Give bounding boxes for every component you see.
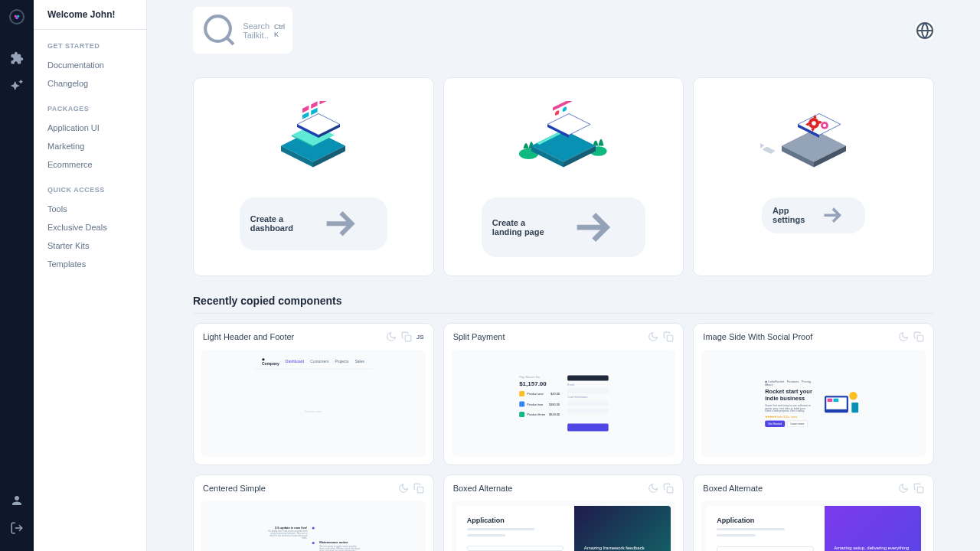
illustration-settings	[760, 101, 867, 185]
sidebar-item-exclusive-deals[interactable]: Exclusive Deals	[47, 218, 132, 236]
user-icon[interactable]	[10, 494, 24, 507]
sidebar-item-starter-kits[interactable]: Starter Kits	[47, 236, 132, 255]
component-preview: 3.5 update is now live!It's finally here…	[201, 501, 426, 551]
svg-rect-40	[405, 336, 411, 342]
js-badge: JS	[416, 334, 424, 341]
component-preview: Application Amazing setup, delivering ev…	[701, 501, 926, 551]
component-title: Centered Simple	[203, 484, 394, 493]
moon-icon[interactable]	[398, 483, 409, 494]
sidebar-item-application-ui[interactable]: Application UI	[47, 119, 132, 137]
svg-rect-42	[917, 336, 923, 342]
copy-icon[interactable]	[913, 483, 924, 494]
sidebar-item-documentation[interactable]: Documentation	[47, 56, 132, 74]
svg-point-2	[15, 17, 18, 19]
sidebar-header-quick-access: QUICK ACCESS	[47, 186, 132, 194]
moon-icon[interactable]	[386, 331, 397, 342]
component-preview: Pay Secure Inc. $1,157.00 Product one$49…	[452, 350, 676, 457]
component-preview: Application Amazing framework feedback m…	[452, 501, 676, 551]
card-create-landing-page: Create a landing page	[443, 77, 684, 276]
main-content: Search Tailkit.. Ctrl K Create a dashboa…	[147, 0, 980, 551]
illustration-dashboard	[260, 101, 367, 185]
svg-rect-39	[762, 147, 775, 155]
app-settings-button[interactable]: App settings	[762, 197, 865, 233]
arrow-right-icon	[302, 202, 377, 245]
copy-icon[interactable]	[413, 483, 424, 494]
arrow-right-icon	[809, 202, 854, 228]
section-title-recent: Recently copied components	[193, 295, 934, 314]
sidebar-item-marketing[interactable]: Marketing	[47, 137, 132, 155]
moon-icon[interactable]	[898, 331, 909, 342]
component-card[interactable]: Centered Simple 3.5 update is now live!I…	[193, 474, 434, 551]
copy-icon[interactable]	[913, 331, 924, 342]
copy-icon[interactable]	[663, 331, 674, 342]
globe-icon	[916, 21, 934, 40]
sparkle-icon[interactable]	[10, 79, 24, 93]
create-dashboard-button[interactable]: Create a dashboard	[240, 197, 387, 249]
sidebar-item-ecommerce[interactable]: Ecommerce	[47, 155, 132, 174]
svg-rect-49	[417, 487, 423, 494]
logout-icon[interactable]	[10, 521, 24, 535]
sidebar-item-tools[interactable]: Tools	[47, 200, 132, 218]
component-card[interactable]: Boxed Alternate Application Amazing setu…	[693, 474, 934, 551]
svg-rect-14	[312, 101, 318, 109]
component-title: Boxed Alternate	[453, 484, 644, 493]
svg-point-28	[563, 106, 567, 112]
component-preview: ◆ IndieRocket Features Pricing About Roc…	[701, 350, 926, 457]
sidebar-item-templates[interactable]: Templates	[47, 255, 132, 273]
svg-rect-51	[917, 487, 923, 494]
sidebar-header-get-started: GET STARTED	[47, 42, 132, 50]
component-title: Light Header and Footer	[203, 332, 381, 341]
svg-point-47	[850, 392, 858, 400]
component-card[interactable]: Split Payment Pay Secure Inc. $1,157.00 …	[443, 323, 684, 465]
svg-rect-17	[312, 108, 318, 116]
svg-rect-38	[760, 142, 765, 149]
svg-rect-46	[834, 399, 839, 402]
arrow-right-icon	[549, 202, 635, 253]
search-input[interactable]: Search Tailkit.. Ctrl K	[193, 7, 292, 54]
copy-icon[interactable]	[401, 331, 412, 342]
svg-point-3	[205, 16, 230, 41]
component-preview: ◆ CompanyDashboardCustomersProjectsSales…	[201, 350, 426, 457]
moon-icon[interactable]	[648, 331, 658, 342]
welcome-text: Welcome John!	[34, 0, 146, 30]
moon-icon[interactable]	[898, 483, 909, 494]
sidebar: Welcome John! GET STARTED Documentation …	[34, 0, 147, 551]
svg-marker-32	[798, 114, 841, 135]
component-title: Boxed Alternate	[703, 484, 893, 493]
component-title: Image Side With Social Proof	[703, 332, 893, 341]
component-card[interactable]: Image Side With Social Proof ◆ IndieRock…	[693, 323, 934, 465]
sidebar-item-changelog[interactable]: Changelog	[47, 74, 132, 93]
svg-rect-13	[302, 106, 309, 113]
svg-rect-45	[828, 399, 833, 402]
card-app-settings: App settings	[693, 77, 934, 276]
card-create-dashboard: Create a dashboard	[193, 77, 434, 276]
illustration-landing	[510, 101, 617, 185]
copy-icon[interactable]	[663, 483, 674, 494]
icon-rail	[0, 0, 34, 551]
svg-point-27	[555, 109, 560, 116]
search-kbd: Ctrl K	[274, 23, 285, 38]
globe-button[interactable]	[916, 21, 934, 40]
search-placeholder: Search Tailkit..	[243, 21, 270, 40]
search-icon	[201, 11, 238, 49]
component-card[interactable]: Light Header and Footer JS ◆ CompanyDash…	[193, 323, 434, 465]
svg-rect-16	[302, 112, 309, 119]
puzzle-icon[interactable]	[10, 51, 24, 65]
svg-rect-48	[852, 403, 859, 412]
svg-rect-41	[668, 336, 674, 342]
svg-marker-24	[547, 114, 590, 135]
svg-point-37	[823, 124, 826, 127]
app-logo[interactable]	[9, 9, 24, 24]
sidebar-header-packages: PACKAGES	[47, 105, 132, 112]
component-title: Split Payment	[453, 332, 644, 341]
svg-rect-50	[668, 487, 674, 494]
svg-point-35	[812, 121, 816, 126]
moon-icon[interactable]	[648, 483, 658, 494]
component-card[interactable]: Boxed Alternate Application Amazing fram…	[443, 474, 684, 551]
svg-rect-15	[320, 101, 326, 105]
create-landing-page-button[interactable]: Create a landing page	[482, 197, 646, 257]
